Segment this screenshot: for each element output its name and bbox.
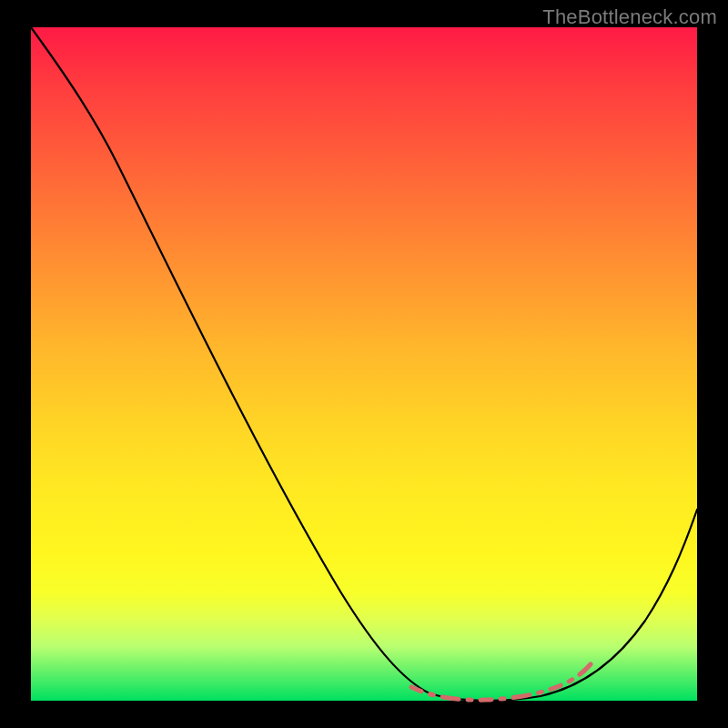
plot-area bbox=[31, 27, 697, 701]
watermark-text: TheBottleneck.com bbox=[542, 5, 717, 29]
chart-container: TheBottleneck.com bbox=[0, 0, 728, 728]
bottleneck-curve-svg bbox=[31, 27, 697, 701]
highlight-dash bbox=[411, 664, 591, 700]
bottleneck-curve bbox=[31, 27, 697, 701]
